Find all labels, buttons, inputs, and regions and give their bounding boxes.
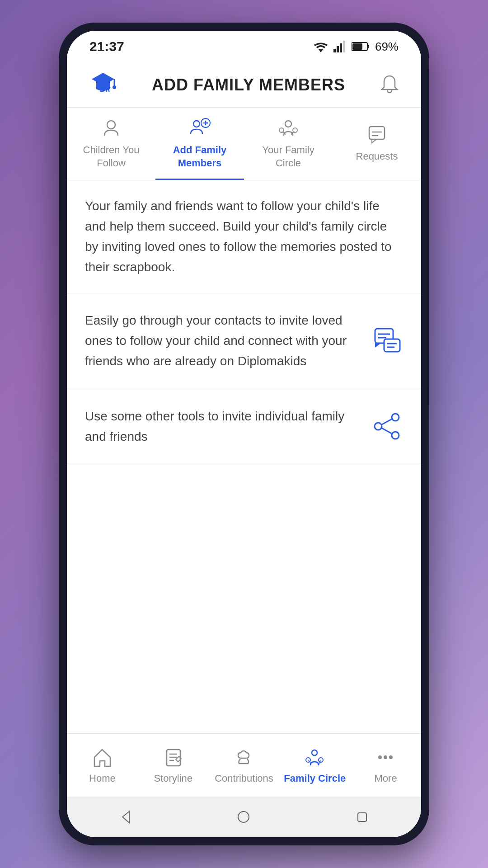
- contacts-section[interactable]: Easily go through your contacts to invit…: [67, 293, 421, 389]
- phone-screen: 21:37: [67, 31, 421, 837]
- bottom-nav-home[interactable]: Home: [67, 734, 138, 797]
- bottom-nav-family-circle[interactable]: Family Circle: [279, 734, 350, 797]
- contacts-text: Easily go through your contacts to invit…: [85, 311, 371, 371]
- notification-button[interactable]: [376, 71, 403, 99]
- android-nav-bar: [67, 797, 421, 837]
- svg-point-45: [238, 811, 249, 822]
- tab-add-family-icon: [188, 117, 211, 139]
- wifi-icon: [314, 41, 328, 52]
- svg-rect-26: [384, 339, 400, 352]
- svg-point-42: [384, 755, 387, 759]
- bottom-navigation: Home Storyline: [67, 733, 421, 797]
- tab-requests-icon: [366, 123, 388, 146]
- android-back-button[interactable]: [115, 806, 137, 828]
- chat-icon: [371, 326, 403, 357]
- other-tools-section[interactable]: Use some other tools to invite individua…: [67, 389, 421, 465]
- app-header: Dk ADD FAMILY MEMBERS: [67, 62, 421, 108]
- tab-add-family-members[interactable]: Add Family Members: [155, 108, 244, 180]
- bottom-nav-contributions[interactable]: Contributions: [209, 734, 280, 797]
- svg-line-32: [382, 419, 392, 425]
- intro-text: Your family and friends want to follow y…: [85, 196, 403, 277]
- status-bar: 21:37: [67, 31, 421, 62]
- svg-point-38: [312, 750, 317, 755]
- more-nav-label: More: [375, 773, 397, 784]
- svg-point-41: [378, 755, 382, 759]
- svg-rect-2: [337, 46, 339, 52]
- signal-icon: [333, 41, 346, 52]
- svg-rect-46: [358, 813, 366, 821]
- status-icons: 69%: [314, 40, 399, 54]
- svg-rect-3: [340, 43, 342, 52]
- home-nav-label: Home: [89, 773, 116, 784]
- bottom-nav-more[interactable]: More: [350, 734, 421, 797]
- tab-add-family-label: Add Family Members: [160, 144, 239, 170]
- storyline-nav-icon: [162, 746, 184, 769]
- svg-rect-1: [333, 49, 336, 52]
- svg-point-31: [392, 432, 399, 439]
- svg-marker-44: [122, 811, 129, 823]
- svg-text:Dk: Dk: [100, 85, 111, 94]
- bottom-nav-storyline[interactable]: Storyline: [138, 734, 209, 797]
- contributions-nav-label: Contributions: [215, 773, 273, 784]
- storyline-nav-label: Storyline: [154, 773, 192, 784]
- home-nav-icon: [91, 746, 113, 769]
- tab-navigation: Children You Follow Add Family Members: [67, 108, 421, 180]
- intro-section: Your family and friends want to follow y…: [67, 180, 421, 293]
- family-circle-nav-label: Family Circle: [284, 773, 346, 784]
- app-logo: Dk: [85, 67, 121, 103]
- svg-rect-6: [367, 45, 369, 48]
- status-time: 21:37: [89, 39, 124, 54]
- share-icon: [371, 411, 403, 443]
- android-recents-button[interactable]: [351, 806, 373, 828]
- phone-frame: 21:37: [59, 23, 429, 845]
- android-home-button[interactable]: [233, 806, 255, 828]
- tab-family-circle-icon: [277, 117, 300, 139]
- more-nav-icon: [375, 746, 397, 769]
- svg-marker-8: [92, 73, 114, 85]
- contributions-nav-icon: [233, 746, 255, 769]
- empty-content-area: [67, 464, 421, 733]
- svg-rect-20: [369, 127, 385, 139]
- content-area: Your family and friends want to follow y…: [67, 180, 421, 733]
- svg-point-30: [375, 423, 382, 430]
- tab-family-circle-label: Your Family Circle: [249, 144, 328, 170]
- svg-point-13: [193, 121, 200, 127]
- tab-children-you-follow[interactable]: Children You Follow: [67, 108, 155, 180]
- tab-children-icon: [100, 117, 122, 139]
- tab-requests[interactable]: Requests: [333, 108, 421, 180]
- battery-icon: [352, 42, 370, 52]
- tab-children-label: Children You Follow: [71, 144, 151, 170]
- dk-logo-icon: Dk: [87, 69, 119, 101]
- family-circle-nav-icon: [304, 746, 326, 769]
- bell-icon: [378, 74, 401, 96]
- svg-point-10: [113, 85, 116, 89]
- page-title: ADD FAMILY MEMBERS: [152, 75, 345, 94]
- svg-line-33: [382, 428, 392, 434]
- svg-point-43: [389, 755, 393, 759]
- svg-rect-7: [352, 43, 362, 50]
- tab-your-family-circle[interactable]: Your Family Circle: [244, 108, 333, 180]
- svg-marker-0: [319, 49, 323, 52]
- svg-rect-4: [343, 41, 345, 52]
- other-tools-text: Use some other tools to invite individua…: [85, 406, 371, 447]
- tab-requests-label: Requests: [356, 150, 398, 163]
- svg-point-12: [107, 121, 115, 129]
- battery-percentage: 69%: [375, 40, 399, 54]
- svg-point-17: [285, 121, 291, 127]
- svg-point-29: [392, 414, 399, 421]
